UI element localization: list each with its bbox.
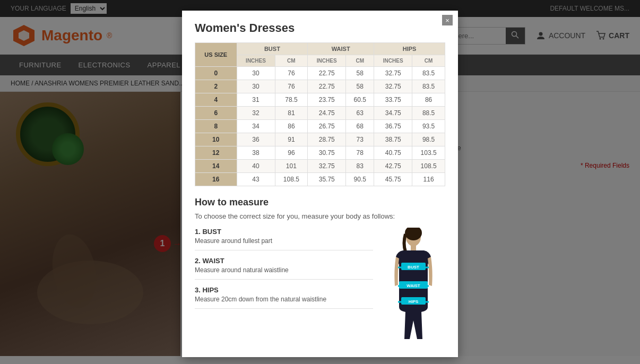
svg-rect-9 bbox=[411, 245, 416, 250]
table-row: 8 34 86 26.75 68 36.75 93.5 bbox=[195, 120, 445, 133]
waist-in-cell: 24.75 bbox=[308, 107, 346, 120]
hips-in-cell: 34.75 bbox=[374, 107, 412, 120]
waist-inches-header: INCHES bbox=[308, 55, 346, 67]
table-row: 6 32 81 24.75 63 34.75 88.5 bbox=[195, 107, 445, 120]
bust-col-header: BUST bbox=[237, 43, 308, 55]
bust-cm-cell: 96 bbox=[275, 146, 308, 160]
how-to-content: 1. BUST Measure around fullest part 2. W… bbox=[195, 228, 445, 344]
table-row: 0 30 76 22.75 58 32.75 83.5 bbox=[195, 67, 445, 80]
table-row: 12 38 96 30.75 78 40.75 103.5 bbox=[195, 146, 445, 160]
bust-in-cell: 43 bbox=[237, 173, 275, 186]
waist-in-cell: 30.75 bbox=[308, 146, 346, 160]
waist-cm-cell: 60.5 bbox=[346, 93, 374, 107]
step-2: 2. WAIST Measure around natural waistlin… bbox=[195, 257, 373, 280]
bust-cm-cell: 101 bbox=[275, 160, 308, 173]
bust-cm-cell: 91 bbox=[275, 133, 308, 146]
bust-cm-cell: 76 bbox=[275, 80, 308, 93]
table-row: 16 43 108.5 35.75 90.5 45.75 116 bbox=[195, 173, 445, 186]
bust-cm-cell: 108.5 bbox=[275, 173, 308, 186]
bust-inches-header: INCHES bbox=[237, 55, 275, 67]
step-1-title: 1. BUST bbox=[195, 228, 373, 236]
hips-cm-cell: 83.5 bbox=[412, 80, 445, 93]
hips-cm-cell: 93.5 bbox=[412, 120, 445, 133]
size-guide-modal: × Women's Dresses US SIZE BUST WAIST HIP… bbox=[182, 11, 458, 357]
waist-cm-cell: 83 bbox=[346, 160, 374, 173]
step-3-title: 3. HIPS bbox=[195, 286, 373, 294]
waist-cm-header: CM bbox=[346, 55, 374, 67]
waist-in-cell: 23.75 bbox=[308, 93, 346, 107]
modal-close-button[interactable]: × bbox=[442, 15, 453, 25]
bust-in-cell: 38 bbox=[237, 146, 275, 160]
bust-cm-header: CM bbox=[275, 55, 308, 67]
how-to-title: How to measure bbox=[195, 197, 445, 208]
bust-cm-cell: 86 bbox=[275, 120, 308, 133]
size-cell: 16 bbox=[195, 173, 237, 186]
waist-cm-cell: 90.5 bbox=[346, 173, 374, 186]
hips-in-cell: 36.75 bbox=[374, 120, 412, 133]
bust-in-cell: 32 bbox=[237, 107, 275, 120]
hips-in-cell: 42.75 bbox=[374, 160, 412, 173]
step-1-desc: Measure around fullest part bbox=[195, 237, 373, 245]
step-1: 1. BUST Measure around fullest part bbox=[195, 228, 373, 250]
step-3: 3. HIPS Measure 20cm down from the natur… bbox=[195, 286, 373, 309]
bust-cm-cell: 76 bbox=[275, 67, 308, 80]
table-row: 2 30 76 22.75 58 32.75 83.5 bbox=[195, 80, 445, 93]
hips-cm-cell: 88.5 bbox=[412, 107, 445, 120]
waist-cm-cell: 68 bbox=[346, 120, 374, 133]
svg-text:HIPS: HIPS bbox=[409, 299, 419, 304]
how-to-intro: To choose the correct size for you, meas… bbox=[195, 212, 445, 220]
bust-in-cell: 31 bbox=[237, 93, 275, 107]
hips-cm-cell: 98.5 bbox=[412, 133, 445, 146]
hips-in-cell: 38.75 bbox=[374, 133, 412, 146]
bust-in-cell: 30 bbox=[237, 80, 275, 93]
size-cell: 2 bbox=[195, 80, 237, 93]
hips-cm-cell: 83.5 bbox=[412, 67, 445, 80]
waist-in-cell: 35.75 bbox=[308, 173, 346, 186]
waist-cm-cell: 58 bbox=[346, 67, 374, 80]
hips-cm-cell: 103.5 bbox=[412, 146, 445, 160]
hips-in-cell: 32.75 bbox=[374, 67, 412, 80]
table-row: 4 31 78.5 23.75 60.5 33.75 86 bbox=[195, 93, 445, 107]
size-cell: 4 bbox=[195, 93, 237, 107]
hips-cm-cell: 116 bbox=[412, 173, 445, 186]
bust-cm-cell: 81 bbox=[275, 107, 308, 120]
waist-in-cell: 28.75 bbox=[308, 133, 346, 146]
bust-cm-cell: 78.5 bbox=[275, 93, 308, 107]
waist-in-cell: 26.75 bbox=[308, 120, 346, 133]
hips-cm-cell: 108.5 bbox=[412, 160, 445, 173]
hips-cm-header: CM bbox=[412, 55, 445, 67]
modal-title: Women's Dresses bbox=[195, 21, 445, 35]
size-col-header: US SIZE bbox=[195, 43, 237, 67]
waist-cm-cell: 63 bbox=[346, 107, 374, 120]
size-table: US SIZE BUST WAIST HIPS INCHES CM INCHES… bbox=[195, 42, 445, 186]
waist-col-header: WAIST bbox=[308, 43, 374, 55]
hips-in-cell: 40.75 bbox=[374, 146, 412, 160]
table-row: 10 36 91 28.75 73 38.75 98.5 bbox=[195, 133, 445, 146]
waist-cm-cell: 58 bbox=[346, 80, 374, 93]
waist-cm-cell: 73 bbox=[346, 133, 374, 146]
bust-in-cell: 36 bbox=[237, 133, 275, 146]
hips-in-cell: 32.75 bbox=[374, 80, 412, 93]
svg-text:BUST: BUST bbox=[408, 265, 419, 270]
size-cell: 6 bbox=[195, 107, 237, 120]
modal-overlay[interactable]: × Women's Dresses US SIZE BUST WAIST HIP… bbox=[0, 0, 640, 364]
size-cell: 0 bbox=[195, 67, 237, 80]
waist-cm-cell: 78 bbox=[346, 146, 374, 160]
bust-in-cell: 30 bbox=[237, 67, 275, 80]
how-to-steps: 1. BUST Measure around fullest part 2. W… bbox=[195, 228, 373, 344]
hips-in-cell: 33.75 bbox=[374, 93, 412, 107]
bust-in-cell: 40 bbox=[237, 160, 275, 173]
mannequin-svg: BUST WAIST HIPS bbox=[384, 228, 443, 344]
bust-in-cell: 34 bbox=[237, 120, 275, 133]
size-cell: 10 bbox=[195, 133, 237, 146]
size-cell: 12 bbox=[195, 146, 237, 160]
waist-in-cell: 22.75 bbox=[308, 80, 346, 93]
table-row: 14 40 101 32.75 83 42.75 108.5 bbox=[195, 160, 445, 173]
hips-inches-header: INCHES bbox=[374, 55, 412, 67]
svg-text:WAIST: WAIST bbox=[407, 283, 420, 288]
waist-in-cell: 22.75 bbox=[308, 67, 346, 80]
hips-cm-cell: 86 bbox=[412, 93, 445, 107]
step-2-desc: Measure around natural waistline bbox=[195, 266, 373, 274]
waist-in-cell: 32.75 bbox=[308, 160, 346, 173]
size-cell: 8 bbox=[195, 120, 237, 133]
